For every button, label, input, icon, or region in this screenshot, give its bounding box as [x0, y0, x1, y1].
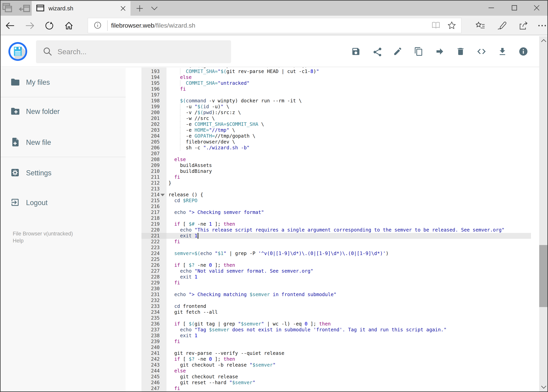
- line-number[interactable]: 211: [141, 174, 166, 180]
- code-line-211[interactable]: fi: [166, 174, 531, 180]
- line-number[interactable]: 196: [141, 86, 166, 92]
- line-number[interactable]: 200: [141, 110, 166, 115]
- line-number[interactable]: 213: [141, 186, 166, 192]
- url-box[interactable]: filebrowser.web/files/wizard.sh: [88, 18, 462, 33]
- move-button[interactable]: [435, 47, 444, 56]
- line-number[interactable]: 206: [141, 145, 166, 151]
- code-line-197[interactable]: [166, 92, 531, 98]
- line-number[interactable]: 203: [141, 127, 166, 133]
- code-line-219[interactable]: if [ $# -ne 1 ]; then: [166, 221, 531, 227]
- line-number[interactable]: 204: [141, 133, 166, 139]
- code-line-232[interactable]: [166, 297, 531, 303]
- line-number[interactable]: 229: [141, 280, 166, 286]
- line-number[interactable]: 218: [141, 215, 166, 221]
- code-line-229[interactable]: fi: [166, 280, 531, 286]
- code-line-235[interactable]: [166, 315, 531, 321]
- code-line-196[interactable]: fi: [166, 86, 531, 92]
- code-line-228[interactable]: exit 1: [166, 274, 531, 280]
- code-line-221[interactable]: exit 1: [166, 233, 531, 239]
- sidebar-item-settings[interactable]: Settings: [10, 166, 51, 181]
- info-button[interactable]: [519, 47, 528, 56]
- line-number[interactable]: 217: [141, 210, 166, 215]
- code-line-207[interactable]: [166, 151, 531, 157]
- window-maximize-button[interactable]: [506, 0, 523, 15]
- code-line-214[interactable]: release () {: [166, 192, 531, 198]
- share-button[interactable]: [372, 47, 382, 56]
- code-line-215[interactable]: cd $REPO: [166, 198, 531, 203]
- site-info-icon[interactable]: [94, 21, 101, 30]
- line-number[interactable]: 227: [141, 268, 166, 274]
- line-number[interactable]: 215: [141, 198, 166, 203]
- tab-list-chevron-icon[interactable]: [148, 2, 160, 14]
- code-line-216[interactable]: [166, 203, 531, 210]
- source-code-button[interactable]: [477, 47, 486, 56]
- code-line-213[interactable]: [166, 186, 531, 192]
- line-number[interactable]: 231: [141, 292, 166, 297]
- set-tabs-aside-icon[interactable]: [18, 2, 31, 15]
- line-number[interactable]: 207: [141, 151, 166, 157]
- code-line-205[interactable]: filebrowser/dev \: [166, 139, 531, 145]
- code-line-231[interactable]: echo "> Checking matching $semver in fro…: [166, 292, 531, 297]
- code-line-209[interactable]: buildAssets: [166, 162, 531, 168]
- reading-view-icon[interactable]: [432, 22, 440, 29]
- sidebar-help-link[interactable]: Help: [13, 237, 73, 244]
- scrollbar-thumb[interactable]: [539, 245, 548, 307]
- line-number[interactable]: 216: [141, 203, 166, 210]
- line-number[interactable]: 236: [141, 321, 166, 327]
- code-line-194[interactable]: else: [166, 74, 531, 80]
- favorite-star-icon[interactable]: [448, 21, 456, 30]
- file-browser-logo[interactable]: [8, 42, 27, 61]
- code-line-244[interactable]: else: [166, 368, 531, 374]
- code-line-240[interactable]: [166, 344, 531, 350]
- forward-button[interactable]: [23, 19, 37, 33]
- code-line-203[interactable]: -e HOME="//tmp" \: [166, 127, 531, 133]
- line-number[interactable]: 234: [141, 309, 166, 315]
- code-line-230[interactable]: [166, 286, 531, 292]
- sidebar-version-link[interactable]: File Browser v(untracked): [13, 230, 73, 237]
- line-number[interactable]: 214: [141, 192, 166, 198]
- code-line-246[interactable]: git reset --hard "$semver": [166, 380, 531, 385]
- share-page-icon[interactable]: [516, 19, 530, 33]
- line-number[interactable]: 237: [141, 327, 166, 333]
- sidebar-item-logout[interactable]: Logout: [10, 195, 48, 210]
- code-line-222[interactable]: fi: [166, 239, 531, 245]
- line-number[interactable]: 225: [141, 256, 166, 262]
- line-number[interactable]: 245: [141, 374, 166, 380]
- browser-tab[interactable]: wizard.sh: [32, 1, 131, 16]
- line-number[interactable]: 247: [141, 385, 166, 392]
- code-line-226[interactable]: if [ $? -ne 0 ]; then: [166, 262, 531, 268]
- code-editor[interactable]: 1921931941951961971981992002012022032042…: [126, 68, 531, 392]
- home-button[interactable]: [62, 19, 76, 33]
- line-number[interactable]: 226: [141, 262, 166, 268]
- line-number[interactable]: 197: [141, 92, 166, 98]
- scrollbar-up-icon[interactable]: [539, 36, 548, 45]
- save-button[interactable]: [351, 47, 361, 56]
- code-line-237[interactable]: echo "Tag $semver does not exist in subm…: [166, 327, 531, 333]
- line-number[interactable]: 243: [141, 362, 166, 368]
- line-number[interactable]: 244: [141, 368, 166, 374]
- line-number[interactable]: 220: [141, 227, 166, 233]
- download-button[interactable]: [498, 47, 507, 56]
- line-number[interactable]: 198: [141, 98, 166, 104]
- code-line-225[interactable]: [166, 256, 531, 262]
- delete-button[interactable]: [456, 47, 465, 56]
- code-line-201[interactable]: -w //src \: [166, 115, 531, 121]
- code-line-239[interactable]: fi: [166, 339, 531, 344]
- code-line-198[interactable]: $(command -v winpty) docker run --rm -it…: [166, 98, 531, 104]
- line-number[interactable]: 242: [141, 356, 166, 362]
- web-notes-pen-icon[interactable]: [495, 19, 509, 33]
- code-line-206[interactable]: sh -c "./wizard.sh -b": [166, 145, 531, 151]
- more-menu-icon[interactable]: [535, 19, 548, 33]
- tab-close-icon[interactable]: [117, 3, 129, 14]
- code-line-200[interactable]: -v /$(pwd):/src:z \: [166, 110, 531, 115]
- url-text[interactable]: filebrowser.web/files/wizard.sh: [111, 22, 432, 29]
- code-line-208[interactable]: else: [166, 157, 531, 162]
- line-number[interactable]: 241: [141, 350, 166, 356]
- line-number[interactable]: 238: [141, 333, 166, 339]
- window-close-button[interactable]: [528, 0, 545, 15]
- code-line-195[interactable]: COMMIT_SHA="untracked": [166, 80, 531, 86]
- code-line-245[interactable]: git checkout release: [166, 374, 531, 380]
- code-line-193[interactable]: COMMIT_SHA="$(git rev-parse HEAD | cut -…: [166, 69, 531, 74]
- back-button[interactable]: [3, 19, 17, 33]
- code-line-247[interactable]: fi: [166, 385, 531, 392]
